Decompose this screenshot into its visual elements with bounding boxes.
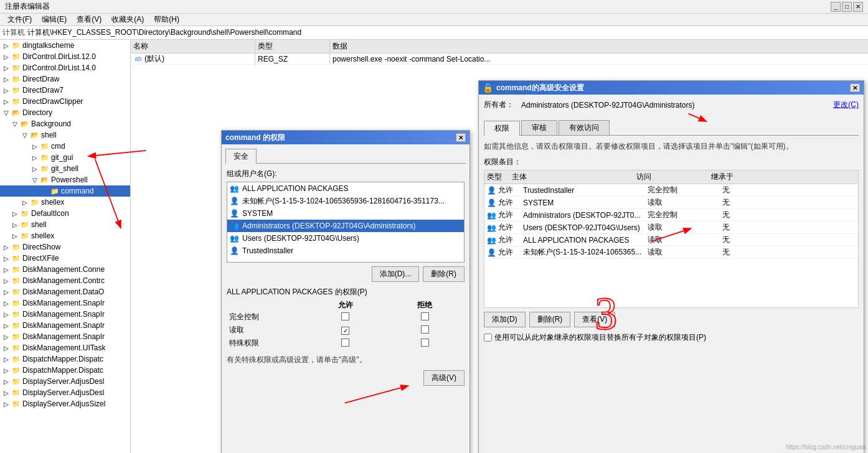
- adv-dialog-title: command的高级安全设置: [496, 83, 850, 93]
- tree-item-displayserver3[interactable]: ▷ 📁 DisplayServer.AdjusSizel: [0, 398, 130, 409]
- tree-item-displayserver2[interactable]: ▷ 📁 DisplayServer.AdjusDesl: [0, 387, 130, 398]
- address-value[interactable]: 计算机\HKEY_CLASSES_ROOT\Directory\Backgrou…: [27, 27, 866, 38]
- adv-dialog-close[interactable]: ✕: [850, 83, 860, 92]
- menu-file[interactable]: 文件(F): [2, 13, 37, 26]
- adv-user-icon-5: 👥: [487, 236, 497, 245]
- adv-permissions-list[interactable]: 👤 允许 TrustedInstaller 完全控制 无 👤 允许 SYSTEM…: [484, 184, 859, 308]
- tree-item-dispatch1[interactable]: ▷ 📁 DispatchMapper.Dispatc: [0, 353, 130, 365]
- folder-icon: 📂: [30, 131, 40, 139]
- user-item-system[interactable]: 👤 SYSTEM: [227, 207, 464, 220]
- allow-fullcontrol-cb[interactable]: [341, 312, 349, 320]
- folder-icon: 📁: [11, 399, 21, 408]
- adv-perm-row-2[interactable]: 👤 允许 SYSTEM 读取 无: [484, 197, 858, 209]
- window-controls[interactable]: _ □ ✕: [831, 2, 863, 12]
- tree-item-diskmgmt3[interactable]: ▷ 📁 DiskManagement.DataO: [0, 286, 130, 297]
- tree-item-command[interactable]: 📁 command: [0, 185, 130, 197]
- tree-item-directdraw[interactable]: ▷ 📁 DirectDraw: [0, 73, 130, 85]
- special-info: 有关特殊权限或高级设置，请单击"高级"。: [227, 355, 465, 365]
- deny-special-cb[interactable]: [421, 339, 429, 347]
- menu-view[interactable]: 查看(V): [72, 13, 106, 26]
- tree-item-dircontrol2[interactable]: ▷ 📁 DirControl.DirList.14.0: [0, 62, 130, 73]
- adv-remove-btn[interactable]: 删除(R): [529, 312, 571, 327]
- tree-item-diskmgmt8[interactable]: ▷ 📁 DiskManagement.UITask: [0, 342, 130, 353]
- perm-dialog-close[interactable]: ✕: [456, 133, 466, 142]
- adv-btn-row: 添加(D) 删除(R) 查看(V): [484, 312, 859, 327]
- tree-item-cmd[interactable]: ▷ 📁 cmd: [0, 141, 130, 152]
- folder-icon: 📁: [11, 377, 21, 386]
- adv-col-inherit-header: 继承于: [711, 172, 856, 182]
- tree-item-dircontrol1[interactable]: ▷ 📁 DirControl.DirList.12.0: [0, 51, 130, 62]
- user-icon: 👤: [230, 209, 240, 218]
- adv-tab-permissions[interactable]: 权限: [484, 121, 520, 136]
- user-item-users[interactable]: 👥 Users (DESKTOP-92JT04G\Users): [227, 232, 464, 245]
- registry-tree[interactable]: ▷ 📁 dingtalkscheme ▷ 📁 DirControl.DirLis…: [0, 40, 131, 453]
- tree-item-shellex[interactable]: ▷ 📁 shellex: [0, 197, 130, 208]
- adv-inherit-label: 使用可以从此对象继承的权限项目替换所有子对象的权限项目(P): [494, 332, 706, 343]
- col-header-name: 名称: [131, 40, 255, 53]
- user-item-all-packages[interactable]: 👥 ALL APPLICATION PACKAGES: [227, 182, 464, 195]
- tree-item-background[interactable]: ▽ 📂 Background: [0, 118, 130, 129]
- tree-item-displayserver1[interactable]: ▷ 📁 DisplayServer.AdjusDesl: [0, 376, 130, 387]
- adv-view-btn[interactable]: 查看(V): [574, 312, 615, 327]
- tree-item-diskmgmt4[interactable]: ▷ 📁 DiskManagement.SnapIr: [0, 297, 130, 309]
- adv-perm-row-6[interactable]: 👤 允许 未知帐户(S-1-15-3-1024-1065365... 读取 无: [484, 246, 858, 259]
- remove-user-btn[interactable]: 删除(R): [423, 266, 465, 282]
- tree-item-git-gui[interactable]: ▷ 📁 git_gui: [0, 152, 130, 163]
- tree-item-dispatch2[interactable]: ▷ 📁 DispatchMapper.Dispatc: [0, 365, 130, 376]
- maximize-btn[interactable]: □: [842, 2, 852, 12]
- adv-add-btn[interactable]: 添加(D): [484, 312, 526, 327]
- tree-item-directdraw7[interactable]: ▷ 📁 DirectDraw7: [0, 85, 130, 96]
- tree-item-dingtalkscheme[interactable]: ▷ 📁 dingtalkscheme: [0, 40, 130, 51]
- folder-icon: 📁: [20, 209, 30, 218]
- adv-tab-audit[interactable]: 审核: [521, 120, 557, 135]
- user-item-admins[interactable]: 👥 Administrators (DESKTOP-92JT04G\Admini…: [227, 220, 464, 232]
- tree-item-powershell[interactable]: ▽ 📂 Powershell: [0, 174, 130, 185]
- close-btn[interactable]: ✕: [853, 2, 863, 12]
- tree-item-shell2[interactable]: ▷ 📁 shell: [0, 219, 130, 230]
- adv-inherit-checkbox-row: 使用可以从此对象继承的权限项目替换所有子对象的权限项目(P): [484, 332, 859, 343]
- advanced-btn[interactable]: 高级(V): [423, 370, 465, 386]
- adv-perm-row-3[interactable]: 👥 允许 Administrators (DESKTOP-92JT0... 完全…: [484, 209, 858, 222]
- user-list[interactable]: 👥 ALL APPLICATION PACKAGES 👤 未知帐户(S-1-15…: [227, 182, 465, 263]
- adv-perm-row-4[interactable]: 👥 允许 Users (DESKTOP-92JT04G\Users) 读取 无: [484, 222, 858, 234]
- tree-item-defaulticon[interactable]: ▷ 📁 DefaultIcon: [0, 208, 130, 219]
- menu-edit[interactable]: 编辑(E): [37, 13, 72, 26]
- minimize-btn[interactable]: _: [831, 2, 841, 12]
- folder-icon: 📁: [11, 52, 21, 61]
- tree-item-diskmgmt2[interactable]: ▷ 📁 DiskManagement.Contrc: [0, 275, 130, 286]
- permissions-dialog: command 的权限 ✕ 安全 组或用户名(G): 👥 ALL APPLICA…: [221, 130, 470, 453]
- folder-icon: 📁: [11, 299, 21, 307]
- registry-row-default[interactable]: ab (默认) REG_SZ powershell.exe -noexit -c…: [131, 54, 868, 65]
- tree-item-directory[interactable]: ▽ 📂 Directory: [0, 107, 130, 118]
- deny-read-cb[interactable]: [421, 325, 429, 334]
- deny-fullcontrol-cb[interactable]: [421, 312, 429, 320]
- tree-item-diskmgmt1[interactable]: ▷ 📁 DiskManagement.Conne: [0, 264, 130, 275]
- tree-item-directxfile[interactable]: ▷ 📁 DirectXFile: [0, 253, 130, 264]
- adv-perm-row-1[interactable]: 👤 允许 TrustedInstaller 完全控制 无: [484, 184, 858, 197]
- folder-icon: 📁: [11, 355, 21, 363]
- tree-item-shellex2[interactable]: ▷ 📁 shellex: [0, 230, 130, 241]
- adv-tab-effective[interactable]: 有效访问: [559, 120, 610, 135]
- tree-item-diskmgmt5[interactable]: ▷ 📁 DiskManagement.SnapIr: [0, 309, 130, 320]
- folder-icon: 📁: [11, 254, 21, 263]
- add-user-btn[interactable]: 添加(D)...: [372, 266, 420, 282]
- menu-help[interactable]: 帮助(H): [149, 13, 184, 26]
- user-item-trustedinstaller[interactable]: 👤 TrustedInstaller: [227, 245, 464, 257]
- tree-item-diskmgmt7[interactable]: ▷ 📁 DiskManagement.SnapIr: [0, 331, 130, 342]
- tree-item-diskmgmt6[interactable]: ▷ 📁 DiskManagement.SnapIr: [0, 320, 130, 331]
- tree-item-directdrawclipper[interactable]: ▷ 📁 DirectDrawClipper: [0, 96, 130, 107]
- tree-item-directshow[interactable]: ▷ 📁 DirectShow: [0, 241, 130, 253]
- allow-special-cb[interactable]: [341, 339, 349, 347]
- adv-change-owner-link[interactable]: 更改(C): [833, 100, 859, 110]
- tree-item-shell[interactable]: ▽ 📂 shell: [0, 129, 130, 141]
- adv-perm-row-5[interactable]: 👥 允许 ALL APPLICATION PACKAGES 读取 无: [484, 234, 858, 246]
- tab-security[interactable]: 安全: [225, 149, 257, 164]
- user-item-unknown[interactable]: 👤 未知帐户(S-1-15-3-1024-1065365936-12816047…: [227, 195, 464, 207]
- menu-favorites[interactable]: 收藏夹(A): [106, 13, 149, 26]
- folder-icon: 📁: [20, 220, 30, 229]
- tree-item-git-shell[interactable]: ▷ 📁 git_shell: [0, 163, 130, 174]
- folder-icon: 📁: [11, 75, 21, 83]
- adv-inherit-cb[interactable]: [484, 334, 492, 342]
- allow-read-cb[interactable]: [341, 327, 349, 335]
- perm-dialog-body: 组或用户名(G): 👥 ALL APPLICATION PACKAGES 👤 未…: [222, 164, 469, 391]
